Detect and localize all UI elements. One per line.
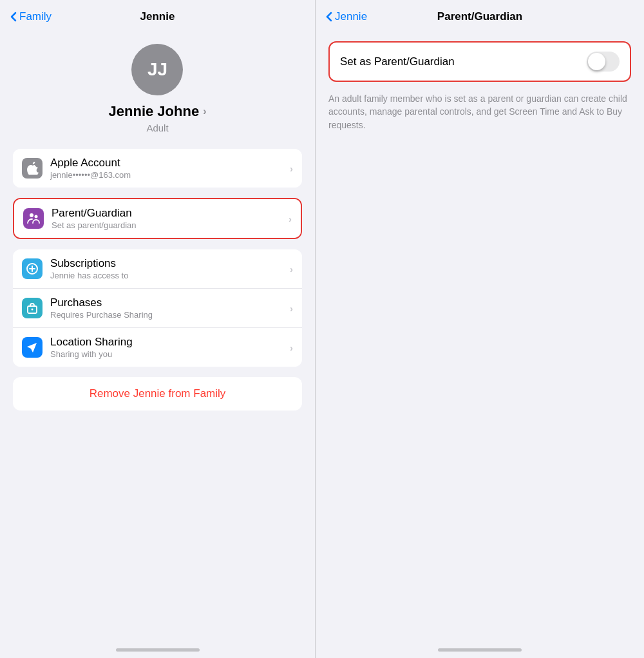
avatar-section: JJ Jennie Johne › Adult <box>109 31 207 144</box>
user-name-chevron-icon: › <box>203 106 206 117</box>
set-parent-guardian-card: Set as Parent/Guardian <box>328 41 631 82</box>
back-label: Family <box>19 10 52 23</box>
subscriptions-chevron-icon: › <box>290 264 293 275</box>
parent-guardian-toggle[interactable] <box>587 52 620 72</box>
jennie-back-button[interactable]: Jennie <box>326 10 367 23</box>
parent-guardian-icon <box>23 208 44 229</box>
remove-from-family-card[interactable]: Remove Jennie from Family <box>13 377 302 411</box>
subscriptions-subtitle: Jennie has access to <box>50 271 290 280</box>
right-home-indicator <box>438 648 522 652</box>
apple-account-item[interactable]: Apple Account jennie••••••@163.com › <box>13 149 302 188</box>
avatar-initials: JJ <box>147 59 167 80</box>
svg-point-4 <box>32 309 33 311</box>
services-card: Subscriptions Jennie has access to › Pur… <box>13 249 302 367</box>
subscriptions-text: Subscriptions Jennie has access to <box>50 257 290 280</box>
right-back-label: Jennie <box>335 10 367 23</box>
apple-account-chevron-icon: › <box>290 163 293 174</box>
location-sharing-chevron-icon: › <box>290 342 293 353</box>
right-page-title: Parent/Guardian <box>437 10 522 23</box>
subscriptions-plus-icon <box>25 262 39 276</box>
right-panel: Jennie Parent/Guardian Set as Parent/Gua… <box>316 0 644 658</box>
location-arrow-icon <box>26 341 39 354</box>
purchases-bag-icon <box>25 301 39 315</box>
subscriptions-item[interactable]: Subscriptions Jennie has access to › <box>13 249 302 288</box>
location-sharing-subtitle: Sharing with you <box>50 349 290 359</box>
purchases-title: Purchases <box>50 296 290 309</box>
location-sharing-text: Location Sharing Sharing with you <box>50 336 290 359</box>
left-header: Family Jennie <box>0 0 315 31</box>
subscriptions-icon <box>22 258 43 279</box>
location-sharing-item[interactable]: Location Sharing Sharing with you › <box>13 327 302 367</box>
apple-account-text: Apple Account jennie••••••@163.com <box>50 157 290 180</box>
apple-logo-icon <box>26 162 39 175</box>
user-role: Adult <box>146 122 168 133</box>
purchases-text: Purchases Requires Purchase Sharing <box>50 296 290 320</box>
location-sharing-icon <box>22 337 43 358</box>
user-name[interactable]: Jennie Johne › <box>109 103 207 120</box>
apple-account-card: Apple Account jennie••••••@163.com › <box>13 149 302 188</box>
family-back-button[interactable]: Family <box>10 10 52 23</box>
toggle-knob <box>588 53 605 70</box>
purchases-subtitle: Requires Purchase Sharing <box>50 310 290 320</box>
right-header: Jennie Parent/Guardian <box>316 0 644 31</box>
parent-guardian-description: An adult family member who is set as a p… <box>316 87 644 142</box>
svg-point-0 <box>30 213 33 217</box>
left-page-title: Jennie <box>140 10 175 23</box>
parent-guardian-text: Parent/Guardian Set as parent/guardian <box>52 207 289 230</box>
purchases-item[interactable]: Purchases Requires Purchase Sharing › <box>13 288 302 327</box>
parent-guardian-subtitle: Set as parent/guardian <box>52 220 289 230</box>
location-sharing-title: Location Sharing <box>50 336 290 349</box>
remove-from-family-button[interactable]: Remove Jennie from Family <box>90 387 226 400</box>
subscriptions-title: Subscriptions <box>50 257 290 270</box>
apple-account-icon <box>22 158 43 179</box>
apple-account-email: jennie••••••@163.com <box>50 170 166 180</box>
right-back-chevron-icon <box>326 12 332 22</box>
parent-guardian-chevron-icon: › <box>289 213 292 224</box>
avatar: JJ <box>131 44 183 95</box>
toggle-label: Set as Parent/Guardian <box>340 55 455 68</box>
apple-account-title: Apple Account <box>50 157 290 169</box>
purchases-chevron-icon: › <box>290 303 293 314</box>
home-indicator <box>116 648 200 652</box>
parent-guardian-title: Parent/Guardian <box>52 207 289 220</box>
guardian-figure-icon <box>26 211 41 226</box>
parent-guardian-card: Parent/Guardian Set as parent/guardian › <box>13 198 302 239</box>
parent-guardian-item[interactable]: Parent/Guardian Set as parent/guardian › <box>14 199 301 238</box>
left-panel: Family Jennie JJ Jennie Johne › Adult Ap… <box>0 0 316 658</box>
svg-point-1 <box>35 215 38 218</box>
purchases-icon <box>22 298 43 318</box>
back-chevron-icon <box>10 12 17 22</box>
